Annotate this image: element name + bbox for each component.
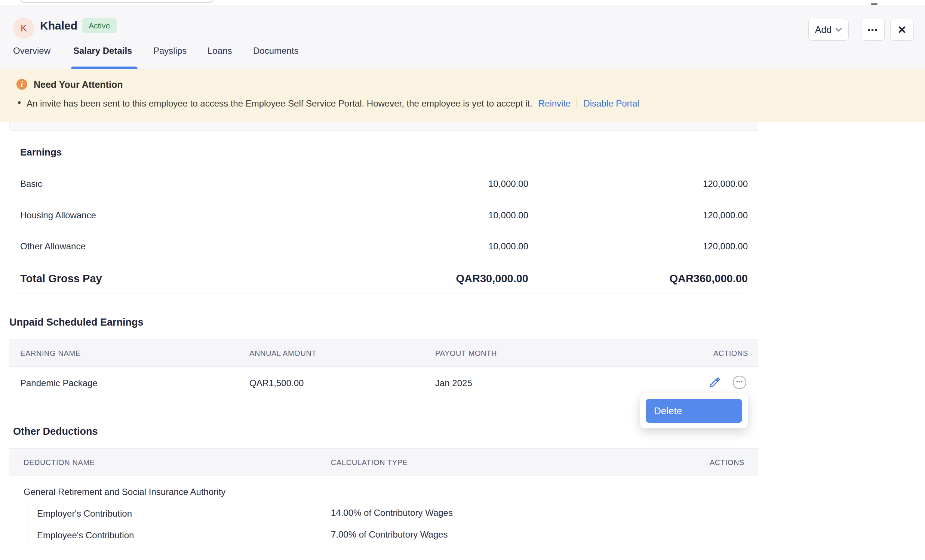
column-payout-month: PAYOUT MONTH <box>435 349 497 358</box>
add-button[interactable]: Add <box>808 19 849 41</box>
banner-title: Need Your Attention <box>34 79 123 90</box>
banner-message: An invite has been sent to this employee… <box>27 98 532 109</box>
tab-loans[interactable]: Loans <box>208 46 232 56</box>
employee-name: Khaled <box>40 20 77 32</box>
earning-row-name: Housing Allowance <box>20 210 96 221</box>
earning-row-monthly: 10,000.00 <box>488 179 528 189</box>
earning-row-monthly: 10,000.00 <box>488 241 528 251</box>
table-row-payout-month: Jan 2025 <box>435 378 472 388</box>
banner-bullet: • <box>18 97 21 108</box>
more-actions-button[interactable]: ••• <box>861 19 884 41</box>
chevron-down-icon <box>835 28 842 32</box>
total-gross-pay-label: Total Gross Pay <box>20 272 102 285</box>
unpaid-scheduled-earnings-title: Unpaid Scheduled Earnings <box>9 317 143 328</box>
column-calculation-type: CALCULATION TYPE <box>331 458 408 467</box>
search-input[interactable] <box>21 0 214 3</box>
total-gross-pay-monthly: QAR30,000.00 <box>456 272 528 285</box>
earnings-title: Earnings <box>20 146 62 158</box>
tab-payslips[interactable]: Payslips <box>153 46 187 56</box>
deduction-row-name: Employee's Contribution <box>37 530 134 540</box>
column-actions: ACTIONS <box>710 458 744 467</box>
panel-header <box>0 5 925 69</box>
delete-menu-item[interactable]: Delete <box>646 399 742 423</box>
table-row-annual-amount: QAR1,500.00 <box>249 378 304 388</box>
other-deductions-title: Other Deductions <box>13 426 98 437</box>
table-row-earning-name: Pandemic Package <box>20 378 98 388</box>
deduction-group-name: General Retirement and Social Insurance … <box>24 487 226 497</box>
group-indent-line <box>28 501 29 543</box>
section-divider <box>18 293 746 294</box>
column-annual-amount: ANNUAL AMOUNT <box>249 349 316 358</box>
background-topbar <box>0 0 925 5</box>
scrolled-card-edge <box>9 122 758 131</box>
tab-overview[interactable]: Overview <box>13 46 50 56</box>
reinvite-link[interactable]: Reinvite <box>538 98 571 109</box>
total-gross-pay-annual: QAR360,000.00 <box>669 272 748 285</box>
link-divider <box>577 98 577 109</box>
column-earning-name: EARNING NAME <box>20 349 81 358</box>
attention-banner <box>0 69 925 122</box>
earning-row-monthly: 10,000.00 <box>488 210 528 221</box>
add-button-label: Add <box>815 24 832 35</box>
earning-row-annual: 120,000.00 <box>703 241 748 251</box>
deduction-row-name: Employer's Contribution <box>37 509 132 519</box>
earning-row-annual: 120,000.00 <box>703 179 748 189</box>
close-button[interactable]: ✕ <box>890 19 914 41</box>
tab-documents[interactable]: Documents <box>253 46 298 56</box>
avatar: K <box>13 18 35 39</box>
row-more-actions-icon[interactable]: ••• <box>733 376 746 389</box>
status-badge: Active <box>82 18 117 33</box>
active-tab-indicator <box>71 66 138 69</box>
info-icon: i <box>17 79 27 90</box>
deduction-row-calculation: 14.00% of Contributory Wages <box>331 508 453 518</box>
unpaid-table-header <box>9 339 758 367</box>
deduction-row-calculation: 7.00% of Contributory Wages <box>331 529 448 540</box>
employee-panel: K Khaled Active Add ••• ✕ Overview Salar… <box>0 0 925 560</box>
tab-salary-details[interactable]: Salary Details <box>73 46 132 56</box>
banner-message-row: An invite has been sent to this employee… <box>27 98 639 109</box>
edit-icon[interactable] <box>708 376 721 389</box>
disable-portal-link[interactable]: Disable Portal <box>583 98 639 109</box>
earning-row-name: Basic <box>20 179 42 189</box>
earning-row-name: Other Allowance <box>20 241 86 251</box>
earning-row-annual: 120,000.00 <box>703 210 748 221</box>
column-actions: ACTIONS <box>713 349 748 358</box>
section-divider <box>18 550 746 550</box>
column-deduction-name: DEDUCTION NAME <box>24 458 95 467</box>
